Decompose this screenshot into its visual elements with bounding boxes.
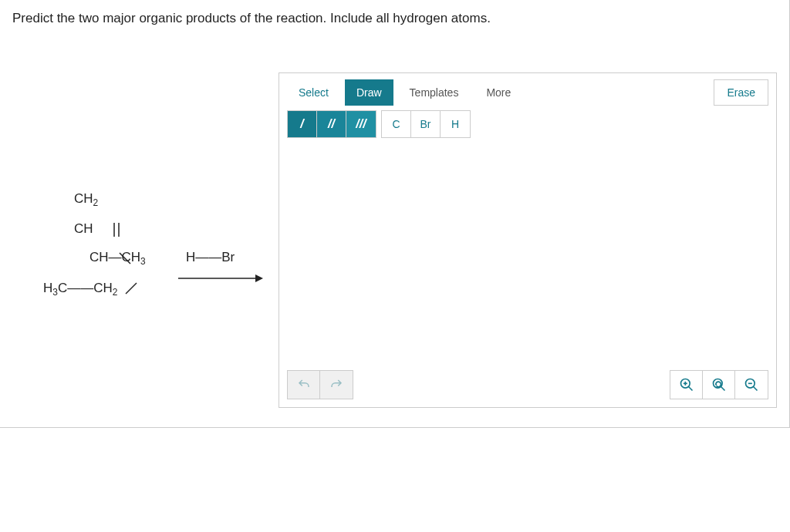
double-bond-vertical: [112, 223, 121, 237]
more-tab[interactable]: More: [474, 79, 522, 106]
svg-line-11: [721, 387, 724, 391]
redo-button[interactable]: [320, 371, 353, 399]
atom-label: CH—CH: [89, 250, 140, 264]
atom-label: CH: [74, 221, 93, 236]
triple-bond-tool[interactable]: ///: [346, 111, 376, 137]
zoom-out-button[interactable]: [735, 371, 768, 399]
drawing-editor: Select Draw Templates More Erase / // //…: [279, 72, 777, 408]
zoom-reset-button[interactable]: [703, 371, 735, 399]
reactant-structure: CH2 CH CH—CH3 H3C——CH2: [43, 192, 146, 298]
erase-button[interactable]: Erase: [714, 79, 768, 106]
undo-icon: [297, 378, 311, 392]
templates-tab[interactable]: Templates: [398, 79, 471, 106]
atom-label: C——CH: [58, 281, 113, 295]
hydrogen-atom-tool[interactable]: H: [441, 111, 470, 137]
zoom-in-button[interactable]: [670, 371, 703, 399]
mode-toolbar: Select Draw Templates More Erase: [279, 73, 776, 109]
zoom-group: [670, 370, 768, 399]
zoom-reset-icon: [711, 377, 727, 392]
svg-line-3: [126, 283, 137, 294]
carbon-atom-tool[interactable]: C: [382, 111, 411, 137]
redo-icon: [329, 378, 343, 392]
svg-line-14: [754, 387, 758, 391]
atom-tool-group: C Br H: [381, 110, 471, 138]
atom-label: H: [43, 281, 52, 295]
svg-marker-5: [255, 274, 263, 282]
question-prompt: Predict the two major organic products o…: [12, 11, 777, 26]
bromine-atom-tool[interactable]: Br: [411, 111, 441, 137]
single-bond-tool[interactable]: /: [288, 111, 317, 137]
history-group: [287, 370, 353, 399]
svg-line-7: [688, 387, 692, 391]
question-container: Predict the two major organic products o…: [0, 0, 790, 428]
zoom-in-icon: [679, 377, 694, 392]
content-row: CH2 CH CH—CH3 H3C——CH2 H——Br: [12, 72, 777, 408]
double-bond-tool[interactable]: //: [317, 111, 346, 137]
zoom-out-icon: [744, 377, 759, 392]
reaction-display: CH2 CH CH—CH3 H3C——CH2 H——Br: [12, 72, 279, 188]
atom-label: CH: [74, 191, 93, 206]
select-tab[interactable]: Select: [287, 79, 340, 106]
draw-tab[interactable]: Draw: [345, 79, 393, 106]
reaction-arrow: [178, 273, 263, 284]
bottom-toolbar: [287, 370, 768, 399]
bond-tool-group: / // ///: [287, 110, 376, 138]
tool-toolbar: / // /// C Br H: [279, 109, 776, 144]
reagent-label: H——Br: [186, 250, 235, 265]
single-bond-diag2: [124, 281, 138, 295]
undo-button[interactable]: [288, 371, 320, 399]
